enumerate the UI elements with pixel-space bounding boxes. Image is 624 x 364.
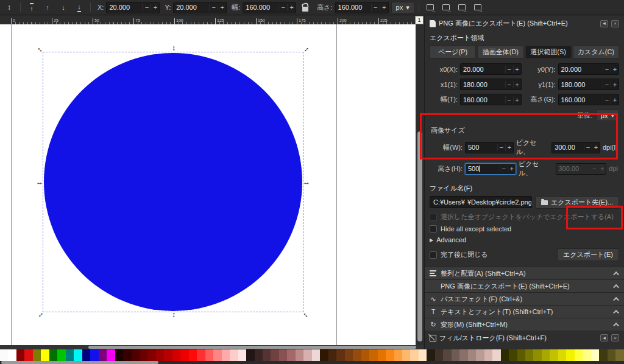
export-to-button[interactable]: エクスポート先(E)... [535, 196, 619, 209]
plus-button[interactable]: + [505, 144, 513, 151]
palette-swatch[interactable] [238, 349, 246, 361]
scale-handle-n[interactable]: ↕ [170, 45, 177, 52]
dock-toggle-icon[interactable]: ◄ [600, 20, 608, 27]
vertical-arrows-icon[interactable]: ↕ [2, 1, 16, 13]
vertical-scrollbar[interactable] [416, 24, 424, 345]
panel-bar-export-png[interactable]: PNG 画像にエクスポート(E) (Shift+Ctrl+E) [425, 279, 624, 292]
width-spinbox[interactable]: 160.000 − + [243, 2, 296, 13]
minus-button[interactable]: − [500, 165, 508, 172]
region-height-spinbox[interactable]: 160.000−+ [558, 94, 620, 105]
plus-button[interactable]: + [287, 4, 296, 11]
minus-button[interactable]: − [584, 144, 592, 151]
minus-button[interactable]: − [505, 66, 513, 73]
palette-swatch[interactable] [509, 349, 517, 361]
palette-swatch[interactable] [222, 349, 230, 361]
palette-swatch[interactable] [197, 349, 205, 361]
palette-swatch[interactable] [41, 349, 49, 361]
palette-swatch[interactable] [533, 349, 541, 361]
palette-swatch[interactable] [279, 349, 287, 361]
export-unit-dropdown[interactable]: px ▾ [596, 110, 619, 121]
palette-swatch[interactable] [378, 349, 386, 361]
palette-swatch[interactable] [550, 349, 558, 361]
palette-swatch[interactable] [492, 349, 500, 361]
palette-swatch[interactable] [99, 349, 107, 361]
palette-swatch[interactable] [419, 349, 427, 361]
x0-spinbox[interactable]: 20.000−+ [460, 63, 522, 75]
plus-button[interactable]: + [611, 81, 619, 88]
palette-swatch[interactable] [303, 349, 311, 361]
palette-scrollbar[interactable] [0, 361, 624, 364]
palette-swatch[interactable] [353, 349, 361, 361]
image-height-spinbox[interactable]: 500−+ [465, 163, 516, 175]
palette-swatch[interactable] [369, 349, 377, 361]
close-icon[interactable]: × [611, 334, 619, 341]
close-icon[interactable]: × [611, 20, 619, 27]
palette-swatch[interactable] [336, 349, 344, 361]
palette-swatch[interactable] [459, 349, 467, 361]
palette-swatch[interactable] [123, 349, 131, 361]
palette-swatch[interactable] [156, 349, 164, 361]
horizontal-scrollbar[interactable] [0, 345, 424, 349]
minus-button[interactable]: − [505, 81, 513, 88]
region-width-spinbox[interactable]: 160.000−+ [460, 94, 522, 105]
scale-handle-w[interactable]: ↔ [36, 179, 43, 186]
palette-swatch[interactable] [271, 349, 278, 361]
plus-button[interactable]: + [513, 81, 521, 88]
tab-page[interactable]: ページ(P) [430, 46, 476, 58]
palette-swatch[interactable] [296, 349, 303, 361]
tab-selection[interactable]: 選択範囲(S) [525, 46, 572, 58]
scale-stroke-toggle[interactable] [424, 1, 437, 13]
palette-swatch[interactable] [443, 349, 451, 361]
palette-swatch[interactable] [16, 349, 24, 361]
lower-to-bottom-button[interactable]: ↓ [73, 1, 86, 13]
palette-swatch[interactable] [615, 349, 623, 361]
palette-swatch[interactable] [312, 349, 320, 361]
plus-button[interactable]: + [513, 66, 521, 73]
palette-swatch[interactable] [8, 349, 16, 361]
palette-swatch[interactable] [320, 349, 328, 361]
palette-swatch[interactable] [287, 349, 295, 361]
plus-button[interactable]: + [151, 4, 159, 11]
hide-except-selected-checkbox[interactable] [430, 225, 437, 233]
minus-button[interactable]: − [603, 66, 611, 73]
x-spinbox[interactable]: 20.000 − + [106, 2, 160, 13]
y0-spinbox[interactable]: 20.000−+ [558, 63, 620, 75]
scale-handle-se[interactable]: ↔ [301, 310, 311, 320]
palette-swatch[interactable] [583, 349, 590, 361]
plus-button[interactable]: + [218, 4, 226, 11]
plus-button[interactable]: + [380, 4, 388, 11]
palette-swatch[interactable] [172, 349, 180, 361]
palette-swatch[interactable] [558, 349, 566, 361]
palette-swatch[interactable] [361, 349, 369, 361]
palette-swatch[interactable] [82, 349, 90, 361]
y-spinbox[interactable]: 20.000 − + [173, 2, 227, 13]
palette-swatch[interactable] [468, 349, 476, 361]
palette-swatch[interactable] [147, 349, 155, 361]
palette-swatch[interactable] [345, 349, 353, 361]
lower-button[interactable]: ↓ [57, 1, 70, 13]
minus-button[interactable]: − [505, 96, 513, 103]
palette-swatch[interactable] [525, 349, 533, 361]
move-patterns-toggle[interactable] [471, 1, 484, 13]
tab-custom[interactable]: カスタム(C) [573, 46, 619, 58]
palette-swatch[interactable] [140, 349, 147, 361]
palette-swatch[interactable] [132, 349, 140, 361]
palette-swatch[interactable] [386, 349, 394, 361]
move-gradients-toggle[interactable] [455, 1, 469, 13]
canvas[interactable]: ↔ ↔ ↔ ↔ ↕ ↕ ↔ ↔ [0, 24, 416, 345]
plus-button[interactable]: + [508, 165, 516, 172]
scale-handle-e[interactable]: ↔ [303, 179, 310, 186]
palette-swatch[interactable] [452, 349, 459, 361]
palette-swatch[interactable] [33, 349, 41, 361]
palette-swatch[interactable] [591, 349, 599, 361]
palette-swatch[interactable] [57, 349, 65, 361]
ruler-corner-button[interactable]: 1 [415, 16, 424, 24]
minus-button[interactable]: − [278, 4, 287, 11]
vertical-scrollbar-thumb[interactable] [417, 131, 422, 341]
scale-handle-sw[interactable]: ↔ [35, 310, 46, 320]
raise-to-top-button[interactable]: ↑ [25, 1, 38, 13]
palette-swatch[interactable] [263, 349, 271, 361]
plus-button[interactable]: + [611, 66, 619, 73]
palette-swatch[interactable] [427, 349, 434, 361]
minus-button[interactable]: − [603, 81, 611, 88]
